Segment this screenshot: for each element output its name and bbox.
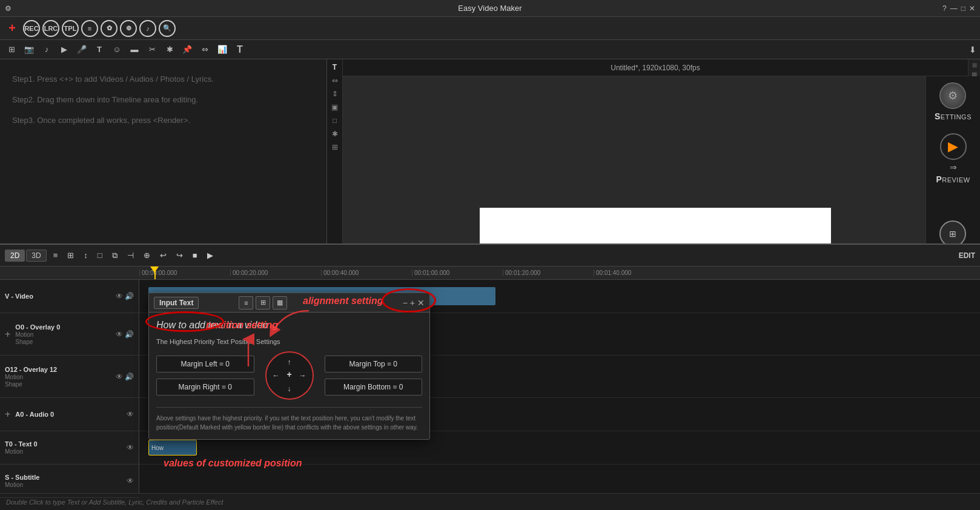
nav-center-btn[interactable]: + [283,369,296,382]
face-button[interactable]: ⊕ [120,20,137,37]
preview-widget[interactable]: ▶ ⇒ PREVIEW [936,133,970,184]
strip-icon-1[interactable]: ⊠ [972,62,977,68]
track-video-label: V - Video 👁 🔊 [0,280,139,313]
preview-icon[interactable]: ▶ [940,133,967,160]
sec-btn-emoji[interactable]: ☺ [109,42,125,58]
settings-label: SETTINGS [935,111,972,121]
track-a0-name: A0 - Audio 0 [15,411,54,418]
help-btn[interactable]: ? [942,4,947,13]
track-video-eye[interactable]: 👁 [116,292,123,300]
right-sidebar: ⚙ SETTINGS ▶ ⇒ PREVIEW ⊞ RENDER [925,76,980,265]
timeline-ruler: 00:00:00.000 00:00:20.000 00:00:40.000 0… [0,267,980,280]
track-video-vol[interactable]: 🔊 [125,292,134,300]
nav-up-arrow[interactable]: ↑ [283,356,296,368]
track-t0-icons: 👁 [127,443,134,452]
tl-undo-btn[interactable]: ↩ [157,250,170,261]
track-o0-eye[interactable]: 👁 [116,330,123,339]
margin-top-field[interactable]: Margin Top = 0 [325,356,423,373]
step2: Step2. Drag them down into Timeline area… [12,92,314,108]
margin-left-field[interactable]: Margin Left = 0 [156,356,254,373]
person-button[interactable]: ♪ [139,20,156,37]
sec-btn-bigT[interactable]: T [232,42,248,58]
nav-arrows: ↑ ← + → ↓ [270,356,309,395]
sec-btn-bar[interactable]: ▬ [127,42,142,58]
sidebar-box-icon[interactable]: □ [331,115,338,126]
2d-mode-btn[interactable]: 2D [5,250,25,262]
track-video-name: V - Video [5,293,33,300]
ruler-mark-5: 00:01:40.000 [594,270,684,276]
window-controls[interactable]: ? — □ ✕ [942,4,975,13]
sec-btn-5[interactable]: 🎤 [74,42,90,58]
sec-btn-chart[interactable]: 📊 [214,42,230,58]
align-center-btn[interactable]: ⊞ [256,296,270,310]
popup-body: How to add text in a video The Highest P… [149,313,429,439]
popup-expand-btn[interactable]: + [410,298,415,308]
tl-play-btn[interactable]: ▶ [204,250,216,261]
maximize-btn[interactable]: □ [961,4,965,13]
track-t0-eye[interactable]: 👁 [127,443,134,452]
sec-btn-1[interactable]: ⊞ [4,42,19,58]
sidebar-grid-icon[interactable]: ▣ [330,102,339,113]
sec-btn-3[interactable]: ♪ [39,42,55,58]
sidebar-plus-icon[interactable]: ⊞ [331,142,339,153]
ruler-mark-3: 00:01:00.000 [412,270,503,276]
popup-close-btn[interactable]: ✕ [417,298,425,308]
sec-btn-cut[interactable]: ✂ [144,42,160,58]
tl-expand-btn[interactable]: □ [94,250,105,261]
text-clip[interactable]: How [148,440,197,455]
settings-icon[interactable]: ⚙ [939,82,966,109]
sec-btn-pin[interactable]: 📌 [179,42,195,58]
tl-copy-btn[interactable]: ⧉ [109,250,121,262]
align-left-btn[interactable]: ≡ [239,296,253,310]
star-button[interactable]: ✿ [101,20,118,37]
margin-right-field[interactable]: Margin Right = 0 [156,379,254,396]
track-o0-icons: 👁 🔊 [116,330,134,339]
track-o12-vol[interactable]: 🔊 [125,373,134,381]
3d-mode-btn[interactable]: 3D [26,250,46,262]
tl-grid-btn[interactable]: ⊞ [64,250,77,261]
tl-sort-btn[interactable]: ↕ [81,250,91,261]
track-o12-sub: Motion [5,374,23,380]
tl-stop-btn[interactable]: ■ [190,250,200,261]
tl-list-btn[interactable]: ≡ [50,250,61,261]
search-button[interactable]: 🔍 [159,20,176,37]
download-button[interactable]: ⬇ [969,45,976,55]
tl-plus-time-btn[interactable]: ⊕ [141,250,153,261]
sec-btn-4[interactable]: ▶ [56,42,72,58]
popup-minimize-btn[interactable]: − [403,298,408,308]
sec-btn-2[interactable]: 📷 [21,42,37,58]
sec-btn-arrows[interactable]: ⇔ [197,42,213,58]
sec-btn-star2[interactable]: ✱ [162,42,177,58]
track-o0-add[interactable]: + [5,329,10,340]
nav-down-arrow[interactable]: ↓ [283,383,296,395]
nav-right-arrow[interactable]: → [297,369,309,382]
2d-3d-toggle: 2D 3D [5,250,47,262]
track-o12-eye[interactable]: 👁 [116,373,123,381]
list-button[interactable]: ≡ [81,20,98,37]
align-right-btn[interactable]: ▦ [273,296,287,310]
sidebar-T-icon[interactable]: T [331,62,338,73]
track-a0-add[interactable]: + [5,409,10,420]
rec-button[interactable]: REC [23,20,40,37]
tpl-button[interactable]: TPL [62,20,79,37]
track-s-info: S - Subtitle Motion [5,474,39,488]
close-btn[interactable]: ✕ [969,4,975,13]
track-o0-vol[interactable]: 🔊 [125,330,134,339]
tl-split-btn[interactable]: ⊣ [124,250,137,261]
add-button[interactable]: + [4,20,21,37]
sidebar-star-icon[interactable]: ✱ [331,128,339,139]
sidebar-arrows-icon[interactable]: ⇔ [331,75,339,86]
sidebar-vert-icon[interactable]: ⇕ [331,88,339,99]
nav-left-arrow[interactable]: ← [270,369,282,382]
timeline-status-text: Double Click to type Text or Add Subtitl… [6,498,223,506]
margin-bottom-field[interactable]: Margin Bottom = 0 [325,379,423,396]
lrc-button[interactable]: LRC [42,20,59,37]
track-s-eye[interactable]: 👁 [127,477,134,485]
sec-btn-text[interactable]: T [91,42,107,58]
tl-redo-btn[interactable]: ↪ [173,250,186,261]
settings-widget[interactable]: ⚙ SETTINGS [935,82,972,121]
minimize-btn[interactable]: — [950,4,958,13]
track-a0-eye[interactable]: 👁 [127,410,134,419]
left-margins: Margin Left = 0 Margin Right = 0 [156,356,254,396]
playhead[interactable] [154,267,156,279]
